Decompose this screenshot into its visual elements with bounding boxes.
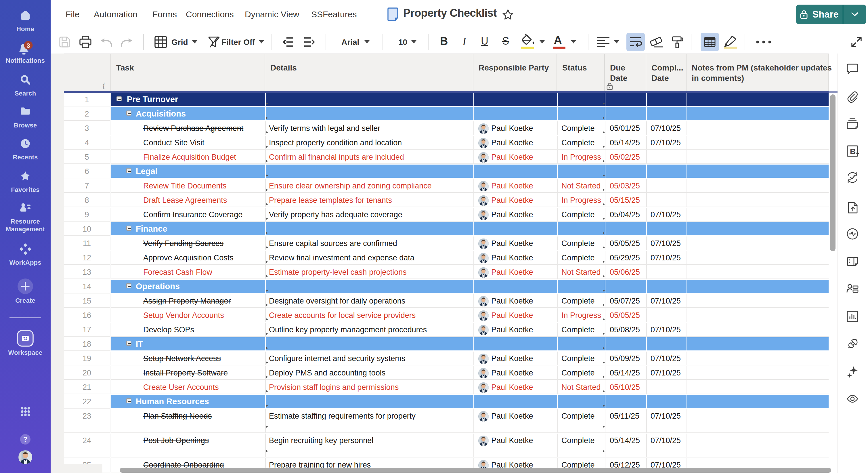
svg-text:3: 3: [27, 42, 30, 49]
svg-text:B: B: [850, 147, 856, 156]
